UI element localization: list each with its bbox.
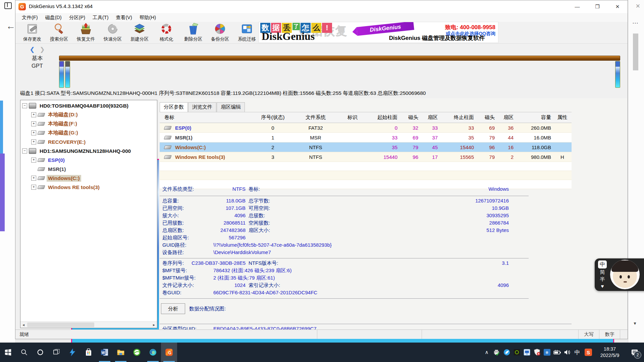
tree-item-local-d[interactable]: + 本地磁盘(D:) bbox=[20, 110, 157, 119]
expand-icon[interactable]: + bbox=[31, 130, 36, 135]
col-end-cylinder[interactable]: 终止柱面 bbox=[440, 114, 476, 121]
menu-disk[interactable]: 磁盘(D) bbox=[42, 13, 65, 22]
menu-view[interactable]: 查看(V) bbox=[112, 13, 136, 22]
new-partition-button[interactable]: 新建分区 bbox=[126, 22, 153, 43]
tree-item-hd1[interactable]: − HD1:SAMSUNGMZNLN128HAHQ-000 bbox=[20, 146, 157, 156]
tree-item-local-f[interactable]: + 本地磁盘(F:) bbox=[20, 119, 157, 128]
tab-partition-params[interactable]: 分区参数 bbox=[160, 102, 188, 112]
file-explorer-icon[interactable] bbox=[113, 343, 129, 362]
tab-sector-edit[interactable]: 扇区编辑 bbox=[217, 102, 245, 112]
close-button[interactable]: ✕ bbox=[607, 0, 628, 13]
col-index-status[interactable]: 序号(状态) bbox=[254, 114, 292, 121]
tray-battery-icon[interactable] bbox=[552, 343, 562, 362]
quick-partition-button[interactable]: 快速分区 bbox=[99, 22, 126, 43]
expand-icon[interactable]: + bbox=[31, 139, 36, 144]
save-changes-button[interactable]: 保存更改 bbox=[19, 22, 46, 43]
backup-partition-button[interactable]: 备份分区 bbox=[207, 22, 233, 43]
background-scrollbar-thumb[interactable] bbox=[633, 34, 638, 70]
overflow-menu-icon[interactable]: ⋯ bbox=[632, 19, 638, 27]
expand-icon[interactable]: + bbox=[31, 176, 36, 181]
edge-icon[interactable] bbox=[145, 343, 161, 362]
tree-item-windows-re[interactable]: + Windows RE tools(3) bbox=[20, 183, 157, 192]
table-row-windows-c[interactable]: Windows(C:) 2 NTFS 35 79 45 15440 96 16 … bbox=[160, 142, 572, 152]
col-start-head[interactable]: 磁头 bbox=[399, 114, 420, 121]
col-volume-label[interactable]: 卷标 bbox=[160, 114, 254, 121]
start-button[interactable] bbox=[0, 343, 16, 362]
maximize-button[interactable]: ❐ bbox=[587, 0, 607, 13]
green-browser-icon[interactable] bbox=[129, 343, 145, 362]
col-end-sector[interactable]: 扇区 bbox=[497, 114, 516, 121]
col-start-cylinder[interactable]: 起始柱面 bbox=[366, 114, 399, 121]
col-start-sector[interactable]: 扇区 bbox=[420, 114, 440, 121]
tray-speaker-icon[interactable] bbox=[562, 343, 572, 362]
collapse-icon[interactable]: − bbox=[22, 103, 27, 108]
scroll-left-icon[interactable]: ◂ bbox=[20, 322, 26, 328]
menu-partition[interactable]: 分区(P) bbox=[65, 13, 89, 22]
tray-defender-icon[interactable] bbox=[532, 343, 542, 362]
cortana-button[interactable] bbox=[32, 343, 48, 362]
col-filesystem[interactable]: 文件系统 bbox=[292, 114, 339, 121]
partition-bar-msr[interactable] bbox=[65, 61, 70, 88]
col-attributes[interactable]: 属性 bbox=[553, 114, 572, 121]
taskbar-clock[interactable]: 18:37 2022/5/9 bbox=[594, 343, 625, 362]
microsoft-store-icon[interactable] bbox=[80, 343, 97, 362]
browser-back-icon[interactable]: ← bbox=[6, 21, 15, 32]
col-capacity[interactable]: 容量 bbox=[516, 114, 553, 121]
table-row-esp[interactable]: ESP(0) 0 FAT32 0 32 33 33 69 36 260.0MB bbox=[160, 123, 572, 133]
tree-item-hd0[interactable]: − HD0:TOSHIBAMQ04ABF100(932GB) bbox=[20, 101, 157, 110]
menu-file[interactable]: 文件(F) bbox=[18, 13, 42, 22]
minimize-button[interactable]: — bbox=[567, 0, 587, 13]
ad-banner[interactable]: 数据恢复 数 据 丢 了 怎 么 ! DiskGenius DiskGenius… bbox=[259, 22, 498, 43]
system-migration-button[interactable]: 系统迁移 bbox=[233, 22, 260, 43]
table-row-msr[interactable]: MSR(1) 1 MSR 33 69 37 35 79 44 16.0MB bbox=[160, 133, 572, 142]
col-end-head[interactable]: 磁头 bbox=[476, 114, 497, 121]
tree-item-local-g[interactable]: + 本地磁盘(G:) bbox=[20, 128, 157, 137]
analyze-button[interactable]: 分析 bbox=[161, 303, 185, 314]
tray-chevron-up-icon[interactable]: ∧ bbox=[482, 343, 492, 362]
collapse-icon[interactable]: − bbox=[22, 148, 27, 154]
tray-intel-graphics-icon[interactable] bbox=[522, 343, 532, 362]
heart-icon[interactable]: ♥ bbox=[601, 283, 604, 290]
taskbar-diskgenius-icon[interactable]: G bbox=[161, 343, 177, 362]
task-view-button[interactable] bbox=[48, 343, 64, 362]
background-close-icon[interactable]: ✕ bbox=[636, 3, 640, 10]
expand-icon[interactable]: + bbox=[31, 112, 36, 117]
menu-tools[interactable]: 工具(T) bbox=[89, 13, 112, 22]
word-icon[interactable]: W bbox=[97, 343, 113, 362]
ime-simplified[interactable]: 简 bbox=[600, 268, 605, 276]
search-partition-button[interactable]: 搜索分区 bbox=[46, 22, 72, 43]
format-button[interactable]: 格式化 bbox=[153, 22, 180, 43]
col-flag[interactable]: 标识 bbox=[339, 114, 366, 121]
tree-item-recovery-e[interactable]: + RECOVERY(E:) bbox=[20, 137, 157, 146]
next-disk-arrow-icon[interactable]: ❯ bbox=[40, 46, 45, 53]
scroll-down-icon[interactable]: ▼ bbox=[633, 321, 637, 326]
resize-grip[interactable] bbox=[620, 330, 628, 339]
tray-snowflake-icon[interactable]: ❄ bbox=[542, 343, 552, 362]
menu-help[interactable]: 帮助(H) bbox=[136, 13, 160, 22]
tree-item-windows-c[interactable]: + Windows(C:) bbox=[20, 174, 157, 183]
taskbar-search-button[interactable] bbox=[16, 343, 32, 362]
expand-icon[interactable]: + bbox=[31, 185, 36, 190]
tree-horizontal-scrollbar[interactable]: ◂ ▸ bbox=[20, 321, 157, 328]
tray-sogou-icon[interactable]: S bbox=[582, 343, 594, 362]
tab-browse-files[interactable]: 浏览文件 bbox=[188, 102, 216, 112]
disk-header-bar[interactable] bbox=[59, 56, 620, 61]
tree-item-esp[interactable]: + ESP(0) bbox=[20, 156, 157, 165]
action-center-button[interactable]: 2 bbox=[625, 343, 644, 362]
partition-bar-esp[interactable] bbox=[59, 61, 64, 88]
ime-mode-chip[interactable]: 中 bbox=[598, 260, 607, 268]
ime-widget[interactable]: 中 简 半 ♥ bbox=[595, 258, 644, 291]
tray-printer-icon[interactable] bbox=[492, 343, 502, 362]
expand-icon[interactable]: + bbox=[31, 158, 36, 163]
lightning-app-icon[interactable] bbox=[64, 343, 80, 362]
scrollbar-thumb[interactable] bbox=[27, 322, 94, 327]
expand-icon[interactable]: + bbox=[31, 121, 36, 126]
delete-partition-button[interactable]: 删除分区 bbox=[180, 22, 207, 43]
prev-disk-arrow-icon[interactable]: ❮ bbox=[30, 46, 35, 53]
table-row-windows-re[interactable]: Windows RE tools(3) 3 NTFS 15440 96 17 1… bbox=[160, 152, 572, 162]
tree-item-msr[interactable]: MSR(1) bbox=[20, 165, 157, 174]
scroll-right-icon[interactable]: ▸ bbox=[151, 322, 157, 328]
tray-tim-icon[interactable] bbox=[502, 343, 512, 362]
tray-nvidia-icon[interactable] bbox=[512, 343, 522, 362]
tray-ime-indicator[interactable]: 中 bbox=[572, 343, 582, 362]
